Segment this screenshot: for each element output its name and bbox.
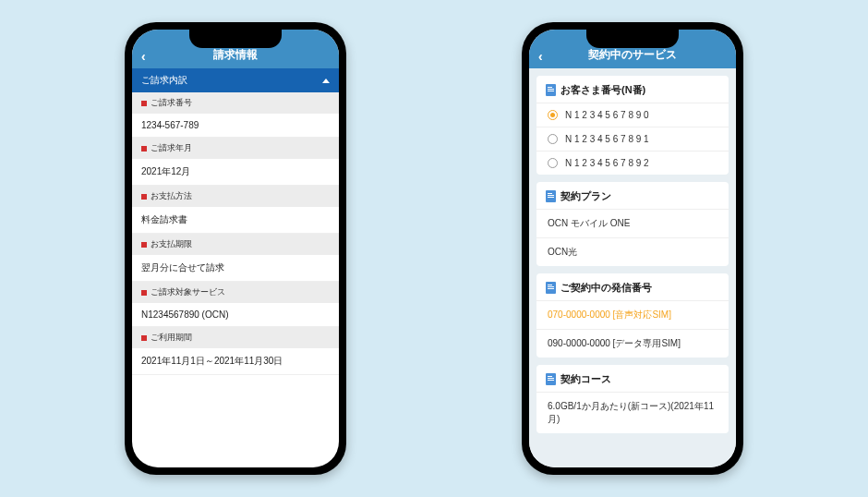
svg-rect-4 [546, 190, 556, 202]
course-card: 契約コース 6.0GB/1か月あたり(新コース)(2021年11月) [536, 365, 729, 433]
document-icon [546, 84, 556, 96]
back-chevron-icon[interactable]: ‹ [538, 50, 543, 63]
radio-icon [548, 110, 558, 120]
svg-rect-10 [548, 286, 554, 287]
document-icon [546, 190, 556, 202]
section-header[interactable]: ご請求内訳 [132, 68, 339, 92]
option-label: N 1 2 3 4 5 6 7 8 9 2 [565, 158, 649, 168]
red-square-icon [141, 290, 147, 296]
field-value: 翌月分に合せて請求 [132, 255, 339, 282]
red-square-icon [141, 101, 147, 106]
calling-number-item[interactable]: 090-0000-0000 [データ専用SIM] [536, 329, 729, 358]
field-label: ご請求番号 [151, 97, 192, 109]
field-label-row: ご利用期間 [132, 327, 339, 348]
billing-content: ご請求内訳 ご請求番号1234-567-789ご請求年月2021年12月お支払方… [132, 68, 339, 467]
phone-mockup-2: ‹ 契約中のサービス お客さま番号(N番) N 1 2 3 4 5 6 7 8 … [522, 22, 743, 475]
service-content: お客さま番号(N番) N 1 2 3 4 5 6 7 8 9 0N 1 2 3 … [529, 68, 736, 467]
red-square-icon [141, 335, 147, 341]
svg-rect-9 [548, 285, 552, 285]
calling-number-item[interactable]: 070-0000-0000 [音声対応SIM] [536, 300, 729, 329]
plan-item[interactable]: OCN光 [536, 237, 729, 266]
phone-mockup-1: ‹ 請求情報 ご請求内訳 ご請求番号1234-567-789ご請求年月2021年… [125, 22, 346, 475]
card-title: ご契約中の発信番号 [561, 281, 652, 295]
svg-rect-14 [548, 378, 554, 379]
card-title-row: お客さま番号(N番) [536, 76, 729, 103]
customer-number-option[interactable]: N 1 2 3 4 5 6 7 8 9 2 [536, 151, 729, 175]
field-value: N1234567890 (OCN) [132, 303, 339, 327]
field-value: 1234-567-789 [132, 114, 339, 138]
collapse-up-icon [322, 79, 330, 83]
course-item[interactable]: 6.0GB/1か月あたり(新コース)(2021年11月) [536, 392, 729, 433]
card-title: 契約プラン [561, 189, 611, 203]
field-value: 料金請求書 [132, 207, 339, 234]
card-title: 契約コース [561, 372, 611, 386]
phone-notch [586, 30, 679, 48]
section-title: ご請求内訳 [141, 74, 187, 87]
red-square-icon [141, 194, 147, 200]
svg-rect-15 [548, 380, 554, 381]
field-value: 2021年12月 [132, 159, 339, 186]
svg-rect-1 [548, 87, 552, 88]
card-title: お客さま番号(N番) [561, 83, 645, 97]
customer-number-option[interactable]: N 1 2 3 4 5 6 7 8 9 1 [536, 127, 729, 151]
svg-rect-8 [546, 282, 556, 294]
red-square-icon [141, 242, 147, 248]
field-label-row: ご請求対象サービス [132, 282, 339, 303]
field-label-row: ご請求番号 [132, 92, 339, 114]
field-label: ご請求対象サービス [151, 286, 225, 298]
svg-rect-7 [548, 197, 554, 198]
card-title-row: 契約コース [536, 365, 729, 392]
plan-card: 契約プラン OCN モバイル ONEOCN光 [536, 182, 729, 266]
document-icon [546, 282, 556, 294]
svg-rect-13 [548, 376, 552, 377]
phone-notch [189, 30, 282, 48]
header-title: 請求情報 [213, 47, 258, 63]
svg-rect-2 [548, 89, 554, 90]
radio-icon [548, 134, 558, 144]
svg-rect-3 [548, 91, 554, 91]
customer-number-option[interactable]: N 1 2 3 4 5 6 7 8 9 0 [536, 103, 729, 127]
svg-rect-5 [548, 193, 552, 194]
svg-rect-6 [548, 195, 554, 196]
field-label-row: お支払方法 [132, 186, 339, 207]
field-label: ご請求年月 [151, 142, 192, 154]
radio-icon [548, 158, 558, 168]
red-square-icon [141, 146, 147, 152]
header-title: 契約中のサービス [588, 47, 677, 63]
field-label-row: お支払期限 [132, 234, 339, 255]
field-label: お支払期限 [151, 238, 192, 250]
svg-rect-11 [548, 288, 554, 289]
svg-rect-12 [546, 373, 556, 385]
option-label: N 1 2 3 4 5 6 7 8 9 1 [565, 134, 649, 144]
field-label-row: ご請求年月 [132, 138, 339, 159]
field-value: 2021年11月1日～2021年11月30日 [132, 348, 339, 375]
field-label: ご利用期間 [151, 332, 192, 344]
option-label: N 1 2 3 4 5 6 7 8 9 0 [565, 110, 649, 120]
calling-number-card: ご契約中の発信番号 070-0000-0000 [音声対応SIM]090-000… [536, 273, 729, 358]
document-icon [546, 373, 556, 385]
field-label: お支払方法 [151, 190, 192, 202]
svg-rect-0 [546, 84, 556, 96]
card-title-row: 契約プラン [536, 182, 729, 209]
plan-item[interactable]: OCN モバイル ONE [536, 209, 729, 237]
back-chevron-icon[interactable]: ‹ [141, 50, 146, 63]
customer-number-card: お客さま番号(N番) N 1 2 3 4 5 6 7 8 9 0N 1 2 3 … [536, 76, 729, 175]
card-title-row: ご契約中の発信番号 [536, 273, 729, 300]
